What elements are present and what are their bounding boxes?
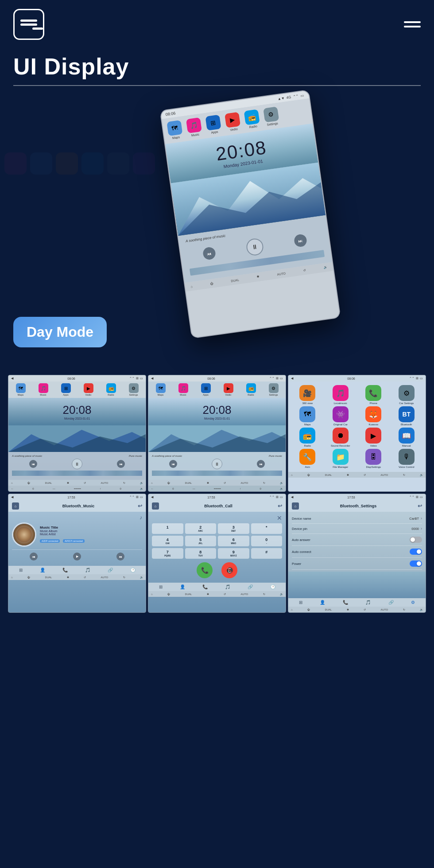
bt-call-nav-person[interactable]: 👤 — [180, 584, 185, 589]
play-pause-button[interactable]: ⏸ — [245, 237, 264, 257]
bt-settings-nav-grid[interactable]: ⊞ — [299, 600, 302, 605]
dial-star[interactable]: * — [251, 523, 283, 534]
nav-vedio[interactable]: ▶ Vedio — [225, 112, 241, 132]
dial-hangup-button[interactable]: 📵 — [221, 562, 237, 578]
app-soundrecorder[interactable]: ⏺ Sound Recorder — [325, 428, 356, 447]
bt-settings-nav-music[interactable]: 🎵 — [365, 600, 371, 605]
bt-autoconnect-toggle[interactable] — [410, 549, 422, 555]
bt-call-nav-clock[interactable]: 🕐 — [270, 584, 275, 589]
nav-settings[interactable]: ⚙ Settings — [263, 106, 279, 126]
app-originalcar[interactable]: 👾 Original Car — [325, 406, 356, 426]
sc2-prev[interactable]: ⏮ — [169, 460, 177, 468]
app-bluetooth[interactable]: BT Bluetooth — [391, 406, 422, 426]
dial-9[interactable]: 9WXYZ — [218, 548, 249, 559]
app-soundrecorder-label: Sound Recorder — [331, 444, 350, 447]
bt-play-btn[interactable]: ▶ — [73, 553, 81, 561]
app-filemanager[interactable]: 📁 File Manager — [325, 449, 356, 468]
sc1-nav-settings[interactable]: ⚙ Settings — [129, 383, 139, 396]
bt-settings-nav-gear[interactable]: ⚙ — [411, 600, 415, 605]
bt-music-controls: ⏮ ▶ ⏭ — [12, 549, 142, 563]
app-video[interactable]: ▶ Video — [358, 428, 389, 447]
dial-5[interactable]: 5JKL — [185, 536, 217, 546]
bt-call-nav-link[interactable]: 🔗 — [248, 584, 253, 589]
sc2-nav-settings[interactable]: ⚙ Settings — [269, 383, 279, 396]
sc2-nav-maps[interactable]: 🗺 Maps — [156, 383, 166, 396]
sc2-playpause[interactable]: ⏸ — [212, 459, 222, 469]
prev-button[interactable]: ⏮ — [202, 246, 217, 261]
bt-music-back-btn[interactable]: ↩ — [138, 503, 142, 509]
dial-1[interactable]: 1 — [152, 523, 183, 534]
dial-3[interactable]: 3DEF — [218, 523, 249, 534]
dial-8[interactable]: 8TUV — [185, 548, 217, 559]
bt-settings-nav-person[interactable]: 👤 — [320, 600, 325, 605]
bt-settings-nav-link[interactable]: 🔗 — [388, 600, 394, 605]
app-phone[interactable]: 📞 Phone — [358, 385, 389, 405]
sc2-nav-vedio[interactable]: ▶ Vedio — [224, 383, 233, 396]
bt-next-btn[interactable]: ⏭ — [116, 553, 124, 561]
bt-call-close-icon[interactable]: ✕ — [152, 514, 282, 522]
app-voicecontrol[interactable]: 🎙 Voice Control — [391, 449, 422, 468]
app-360view[interactable]: 🎥 360 view — [292, 385, 323, 405]
hamburger-menu[interactable] — [404, 21, 421, 27]
app-kuwooo-label: Kuwooo — [368, 423, 378, 426]
bt-nav-music[interactable]: 🎵 — [85, 568, 90, 572]
sc2-vol: 🔊 — [280, 481, 283, 484]
next-button[interactable]: ⏭ — [293, 234, 307, 248]
bt-nav-clock[interactable]: 🕐 — [130, 568, 136, 572]
sc1-time: 08:06 — [67, 377, 75, 380]
sc2-nav-music[interactable]: 🎵 Music — [178, 383, 188, 396]
bt-nav-grid[interactable]: ⊞ — [19, 568, 23, 572]
sc1-nav-vedio[interactable]: ▶ Vedio — [84, 383, 93, 396]
app-avin[interactable]: 🔧 Avin — [292, 449, 323, 468]
dial-answer-button[interactable]: 📞 — [197, 562, 213, 578]
app-localmusic[interactable]: 🎵 Localmusic — [325, 385, 356, 405]
nav-music[interactable]: 🎵 Music — [186, 117, 202, 137]
bt-call-back-btn[interactable]: ↩ — [278, 503, 282, 509]
bt-call-home-icon[interactable]: ⌂ — [152, 502, 159, 510]
bt-nav-person[interactable]: 👤 — [40, 568, 45, 572]
bt-call-nav-music[interactable]: 🎵 — [225, 584, 230, 589]
bt-call-nav-grid[interactable]: ⊞ — [159, 584, 163, 589]
app-radio[interactable]: 📻 Radio — [292, 428, 323, 447]
bt-settings-nav-phone[interactable]: 📞 — [343, 600, 348, 605]
bt-power-toggle[interactable] — [410, 561, 422, 567]
dial-6[interactable]: 6MNO — [218, 536, 249, 546]
sc2-nav-apps[interactable]: ⊞ Apps — [201, 383, 211, 396]
sc2-snow: ✱ — [207, 481, 209, 484]
sc1-nav-radio[interactable]: 📻 Radio — [106, 383, 116, 396]
bt-settings-home-icon[interactable]: ⌂ — [292, 502, 299, 510]
app-dispsettings[interactable]: 🎛 DispSettings — [358, 449, 389, 468]
sc1-bottom: ⌂ ⏻ DUAL ✱ ↺ AUTO ↻ 🔊 — [8, 480, 146, 486]
bt-prev-btn[interactable]: ⏮ — [30, 553, 38, 561]
dial-4[interactable]: 4GHI — [152, 536, 183, 546]
app-manual[interactable]: 📖 Manual — [391, 428, 422, 447]
dial-0dash[interactable]: 0- — [251, 536, 283, 546]
sc1-prev[interactable]: ⏮ — [29, 460, 37, 468]
app-carsettings[interactable]: ⚙ Car Settings — [391, 385, 422, 405]
dial-2[interactable]: 2ABC — [185, 523, 217, 534]
bt-devicepin-val-text: 0000 — [411, 527, 419, 531]
bt-autoanswer-toggle[interactable] — [410, 537, 422, 543]
bt-music-home-icon[interactable]: ⌂ — [12, 502, 19, 510]
bt-nav-phone[interactable]: 📞 — [62, 568, 68, 572]
sc1-nav-apps[interactable]: ⊞ Apps — [61, 383, 71, 396]
dial-7[interactable]: 7PQRS — [152, 548, 183, 559]
sc1-nav-maps[interactable]: 🗺 Maps — [16, 383, 26, 396]
sc1-playpause[interactable]: ⏸ — [72, 459, 82, 469]
sc2-maps-icon: 🗺 — [156, 383, 166, 393]
nav-apps[interactable]: ⊞ Apps — [205, 115, 221, 135]
app-maps[interactable]: 🗺 Maps — [292, 406, 323, 426]
sc1-next[interactable]: ⏭ — [117, 460, 125, 468]
nav-radio[interactable]: 📻 Radio — [244, 109, 260, 129]
app-kuwooo[interactable]: 🦊 Kuwooo — [358, 406, 389, 426]
dial-hash[interactable]: # — [251, 548, 283, 559]
bt-settings-back-btn[interactable]: ↩ — [418, 503, 422, 509]
sc1-nav-music[interactable]: 🎵 Music — [39, 383, 48, 396]
bt-call-nav-phone[interactable]: 📞 — [202, 584, 208, 589]
bt-nav-link[interactable]: 🔗 — [108, 568, 113, 572]
settings-icon: ⚙ — [263, 106, 279, 122]
nav-maps[interactable]: 🗺 Maps — [167, 120, 183, 140]
app-localmusic-icon: 🎵 — [333, 385, 349, 401]
sc2-nav-radio[interactable]: 📻 Radio — [246, 383, 256, 396]
sc2-next[interactable]: ⏭ — [257, 460, 265, 468]
